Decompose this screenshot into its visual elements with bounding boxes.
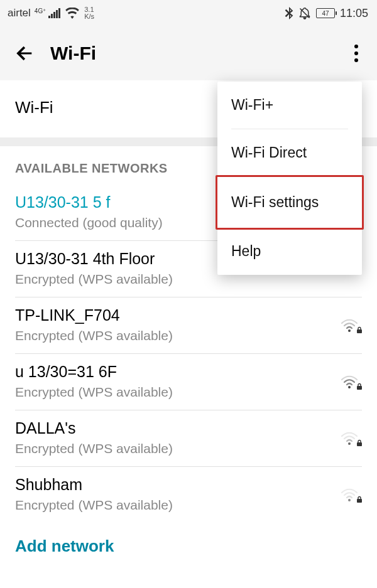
svg-point-1 bbox=[348, 329, 351, 332]
menu-item-wifi-direct[interactable]: Wi-Fi Direct bbox=[217, 129, 362, 176]
speed-unit: K/s bbox=[84, 13, 94, 20]
svg-rect-8 bbox=[357, 499, 362, 503]
network-item[interactable]: Shubham Encrypted (WPS available) bbox=[15, 467, 362, 523]
network-type-top: 4G⁺ bbox=[35, 8, 46, 14]
svg-rect-2 bbox=[357, 329, 362, 333]
network-item[interactable]: u 13/30=31 6F Encrypted (WPS available) bbox=[15, 354, 362, 410]
network-name: TP-LINK_F704 bbox=[15, 306, 337, 324]
overflow-menu-button[interactable] bbox=[349, 40, 363, 67]
network-status: Encrypted (WPS available) bbox=[15, 385, 337, 400]
status-bar: airtel 4G⁺ 3.1 K/s 47 11:05 bbox=[0, 0, 377, 26]
back-icon[interactable] bbox=[14, 43, 35, 64]
svg-rect-4 bbox=[357, 386, 362, 390]
overflow-menu: Wi-Fi+ Wi-Fi Direct Wi-Fi settings Help bbox=[217, 82, 362, 275]
menu-item-wifi-plus[interactable]: Wi-Fi+ bbox=[217, 82, 362, 129]
wifi-signal-lock-icon bbox=[337, 430, 362, 446]
battery-level: 47 bbox=[322, 10, 329, 17]
network-item[interactable]: DALLA's Encrypted (WPS available) bbox=[15, 410, 362, 467]
svg-point-5 bbox=[348, 442, 351, 445]
carrier-label: airtel bbox=[8, 7, 31, 19]
svg-point-3 bbox=[348, 386, 351, 388]
app-header: Wi-Fi bbox=[0, 26, 377, 80]
page-title: Wi-Fi bbox=[50, 43, 96, 64]
add-network-button[interactable]: Add network bbox=[0, 523, 377, 570]
wifi-toggle-label: Wi-Fi bbox=[15, 98, 53, 117]
status-left: airtel 4G⁺ 3.1 K/s bbox=[8, 6, 94, 20]
wifi-status-icon bbox=[65, 8, 79, 19]
bluetooth-icon bbox=[285, 7, 293, 19]
wifi-signal-lock-icon bbox=[337, 374, 362, 389]
menu-item-help[interactable]: Help bbox=[217, 228, 362, 275]
network-status: Encrypted (WPS available) bbox=[15, 441, 337, 456]
wifi-signal-lock-icon bbox=[337, 318, 362, 333]
network-name: Shubham bbox=[15, 476, 337, 494]
status-right: 47 11:05 bbox=[285, 7, 368, 20]
network-type-badge: 4G⁺ bbox=[35, 8, 46, 14]
menu-item-wifi-settings[interactable]: Wi-Fi settings bbox=[216, 175, 364, 230]
network-status: Encrypted (WPS available) bbox=[15, 498, 337, 513]
network-name: DALLA's bbox=[15, 419, 337, 437]
wifi-signal-lock-icon bbox=[337, 487, 362, 502]
svg-rect-6 bbox=[357, 442, 362, 446]
dnd-mute-icon bbox=[298, 7, 311, 19]
network-name: u 13/30=31 6F bbox=[15, 363, 337, 381]
clock: 11:05 bbox=[340, 7, 368, 20]
network-status: Encrypted (WPS available) bbox=[15, 328, 337, 343]
cellular-signal-icon bbox=[48, 8, 60, 18]
network-item[interactable]: TP-LINK_F704 Encrypted (WPS available) bbox=[15, 297, 362, 354]
data-speed: 3.1 K/s bbox=[84, 6, 94, 20]
svg-point-7 bbox=[348, 499, 351, 501]
battery-icon: 47 bbox=[316, 8, 335, 18]
